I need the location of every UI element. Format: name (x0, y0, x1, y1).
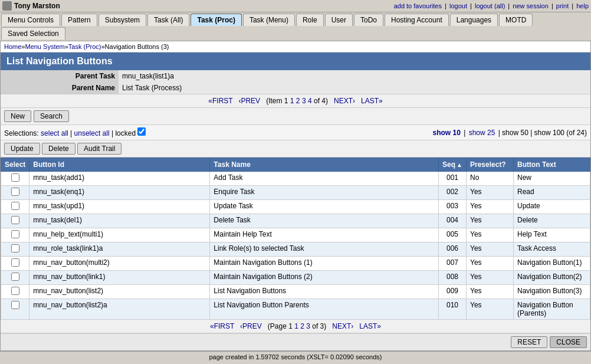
row-task-name: List Navigation Buttons (210, 285, 439, 299)
page-link-3-top[interactable]: 3 (302, 97, 306, 105)
row-checkbox[interactable] (11, 273, 19, 281)
prev-link-bottom[interactable]: ‹PREV (240, 322, 262, 330)
tab-user[interactable]: User (325, 14, 353, 26)
bottom-buttons: RESET CLOSE (1, 333, 590, 350)
select-all-link[interactable]: select all (41, 129, 68, 137)
row-checkbox[interactable] (11, 230, 19, 238)
timing-text: page created in 1.59702 seconds (XSLT= 0… (209, 353, 382, 360)
tab-subsystem[interactable]: Subsystem (98, 14, 146, 26)
row-task-name: List Navigation Button Parents (210, 299, 439, 320)
total-count: (of 24) (566, 129, 587, 137)
row-checkbox[interactable] (11, 173, 19, 182)
first-link-bottom[interactable]: «FIRST (210, 322, 234, 330)
row-button-id: mnu_nav_button(list2) (29, 285, 210, 299)
tab-pattern[interactable]: Pattern (61, 14, 97, 26)
last-link-bottom[interactable]: LAST» (359, 322, 381, 330)
row-checkbox[interactable] (11, 244, 19, 252)
tab-task-all[interactable]: Task (All) (147, 14, 189, 26)
tab-todo[interactable]: ToDo (354, 14, 383, 26)
tab-menu-controls[interactable]: Menu Controls (1, 14, 60, 26)
logout-all-link[interactable]: logout (all) (475, 2, 505, 9)
selections-bar: Selections: select all | unselect all | … (1, 125, 590, 140)
table-row: mnu_task(del1) Delete Task 004 Yes Delet… (1, 214, 590, 228)
delete-button[interactable]: Delete (42, 143, 75, 155)
unselect-all-link[interactable]: unselect all (74, 129, 110, 137)
page-link-1-top[interactable]: 1 (290, 97, 294, 105)
logout-link[interactable]: logout (449, 2, 467, 9)
last-link-top[interactable]: LAST» (361, 97, 383, 105)
locked-checkbox[interactable] (137, 127, 146, 136)
row-checkbox[interactable] (11, 301, 19, 309)
top-links: add to favourites | logout | logout (all… (394, 2, 589, 9)
parent-name-value: List Task (Process) (119, 82, 590, 94)
row-task-name: Maintain Navigation Buttons (1) (210, 257, 439, 271)
tab-motd[interactable]: MOTD (499, 14, 533, 26)
page-header: List Navigation Buttons (1, 53, 590, 70)
first-link-top[interactable]: «FIRST (208, 97, 232, 105)
row-preselect: Yes (467, 186, 514, 200)
tab-task-menu[interactable]: Task (Menu) (243, 14, 295, 26)
page-link-4-top[interactable]: 4 (308, 97, 312, 105)
breadcrumb-menu-system[interactable]: Menu System (25, 43, 64, 50)
row-task-name: Delete Task (210, 214, 439, 228)
col-seq[interactable]: Seq ▲ (439, 158, 467, 172)
row-preselect: No (467, 172, 514, 186)
reset-button[interactable]: RESET (511, 336, 547, 348)
row-checkbox[interactable] (11, 202, 19, 210)
breadcrumb-task-proc[interactable]: Task (Proc) (68, 43, 101, 50)
page-link-1-bottom[interactable]: 1 (294, 322, 298, 330)
show-25-link[interactable]: show 25 (469, 129, 495, 137)
breadcrumb: Home»Menu System»Task (Proc)»Navigation … (1, 41, 590, 53)
page-title: List Navigation Buttons (6, 56, 113, 66)
row-button-text: New (514, 172, 590, 186)
new-session-link[interactable]: new session (513, 2, 549, 9)
close-button[interactable]: CLOSE (550, 336, 587, 348)
tab-languages[interactable]: Languages (450, 14, 498, 26)
row-checkbox[interactable] (11, 216, 19, 224)
row-checkbox[interactable] (11, 188, 19, 196)
row-seq: 001 (439, 172, 467, 186)
top-pagination: «FIRST ‹PREV (Item 1 1 2 3 4 of 4) NEXT›… (1, 94, 590, 108)
tab-task-proc[interactable]: Task (Proc) (191, 14, 241, 26)
page-link-3-bottom[interactable]: 3 (306, 322, 310, 330)
audit-trail-button[interactable]: Audit Trail (77, 143, 122, 155)
prev-link-top[interactable]: ‹PREV (238, 97, 260, 105)
add-to-favourites-link[interactable]: add to favourites (394, 2, 442, 9)
row-button-text: Navigation Button(3) (514, 285, 590, 299)
update-button[interactable]: Update (4, 143, 40, 155)
table-row: mnu_help_text(multi1) Maintain Help Text… (1, 228, 590, 242)
next-link-bottom[interactable]: NEXT› (332, 322, 353, 330)
parent-task-value: mnu_task(list1)a (119, 70, 590, 82)
tab-role[interactable]: Role (296, 14, 324, 26)
row-preselect: Yes (467, 271, 514, 285)
tab-hosting-account[interactable]: Hosting Account (385, 14, 449, 26)
tab-saved-selection[interactable]: Saved Selection (1, 27, 65, 40)
table-row: mnu_role_task(link1)a Link Role(s) to se… (1, 242, 590, 257)
row-checkbox[interactable] (11, 287, 19, 295)
row-checkbox[interactable] (11, 258, 19, 267)
new-button[interactable]: New (4, 110, 31, 122)
row-seq: 003 (439, 200, 467, 214)
search-button[interactable]: Search (34, 110, 69, 122)
col-preselect[interactable]: Preselect? (467, 158, 514, 172)
table-row: mnu_nav_button(list2) List Navigation Bu… (1, 285, 590, 299)
table-row: mnu_nav_button(list2)a List Navigation B… (1, 299, 590, 320)
table-row: mnu_task(enq1) Enquire Task 002 Yes Read (1, 186, 590, 200)
col-task-name[interactable]: Task Name (210, 158, 439, 172)
row-preselect: Yes (467, 200, 514, 214)
page-link-2-top[interactable]: 2 (296, 97, 300, 105)
next-link-top[interactable]: NEXT› (334, 97, 355, 105)
print-link[interactable]: print (556, 2, 569, 9)
breadcrumb-home[interactable]: Home (4, 43, 21, 50)
sort-arrow-icon: ▲ (457, 162, 462, 168)
col-button-id[interactable]: Button Id (29, 158, 210, 172)
row-button-text: Navigation Button (Parents) (514, 299, 590, 320)
user-info: Tony Marston (2, 1, 60, 11)
help-link[interactable]: help (576, 2, 589, 9)
show-10-link[interactable]: show 10 (432, 129, 460, 137)
col-button-text[interactable]: Button Text (514, 158, 590, 172)
top-bar: Tony Marston add to favourites | logout … (0, 0, 591, 12)
page-link-2-bottom[interactable]: 2 (300, 322, 304, 330)
row-task-name: Update Task (210, 200, 439, 214)
user-icon (2, 1, 12, 11)
